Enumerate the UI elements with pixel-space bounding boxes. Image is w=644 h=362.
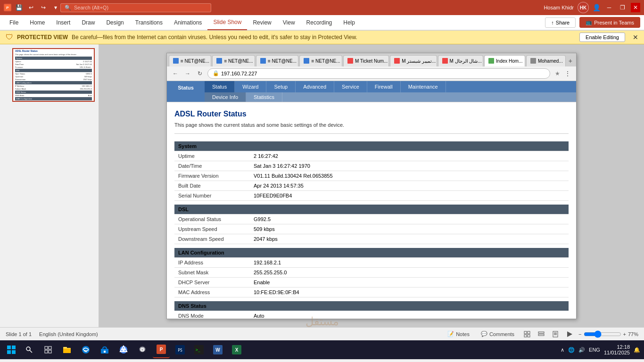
zoom-slider[interactable]	[584, 330, 621, 338]
user-avatar[interactable]: HK	[578, 2, 589, 13]
svg-point-30	[122, 348, 125, 351]
tab-slideshow[interactable]: Slide Show	[207, 15, 247, 30]
comments-button[interactable]: 💬 Comments	[477, 330, 518, 338]
zoom-in-button[interactable]: +	[623, 331, 626, 337]
tab-review[interactable]: Review	[247, 15, 277, 30]
browser-tab-3[interactable]: ≡ NET@NE... ✕	[256, 55, 298, 66]
share-button[interactable]: ↑ Share	[545, 17, 576, 28]
url-text: 197.160.72.227	[221, 71, 257, 76]
account-icon[interactable]: 👤	[593, 4, 601, 11]
router-nav-maintenance[interactable]: Maintenance	[401, 81, 446, 92]
share-icon: ↑	[551, 20, 554, 25]
back-button[interactable]: ←	[171, 69, 180, 78]
firmware-row: Firmware Version V01.11 Build.130424 Rel…	[174, 171, 569, 181]
network-icon[interactable]: 🌐	[568, 347, 575, 353]
comments-icon: 💬	[481, 331, 487, 337]
lan-header-row: LAN Configuration	[174, 248, 569, 258]
router-nav-firewall[interactable]: Firewall	[367, 81, 401, 92]
minimize-button[interactable]: ─	[604, 3, 614, 12]
browser-tab-5[interactable]: M Ticket Num... ✕	[343, 55, 389, 66]
taskbar-explorer[interactable]	[58, 341, 75, 358]
router-nav-wizard[interactable]: Wizard	[235, 81, 266, 92]
router-nav-service[interactable]: Service	[334, 81, 367, 92]
taskbar-settings[interactable]	[134, 341, 151, 358]
reading-view-button[interactable]	[550, 329, 561, 339]
tab-home[interactable]: Home	[24, 15, 50, 30]
forward-button[interactable]: →	[183, 69, 192, 78]
router-sub-statistics[interactable]: Statistics	[246, 92, 282, 102]
taskbar-task-view[interactable]	[40, 341, 57, 358]
title-bar-controls: P 💾 ↩ ↪ ▾	[4, 3, 60, 12]
url-bar[interactable]: 🔒 197.160.72.227	[207, 68, 550, 79]
slide-item-1: 1 ADSL Router Status This page shows the…	[4, 48, 95, 102]
date-display: 11/01/2025	[604, 350, 630, 355]
taskbar-cmd[interactable]: >_	[190, 341, 207, 358]
tab-recording[interactable]: Recording	[301, 15, 338, 30]
slideshow-button[interactable]	[564, 329, 575, 339]
taskbar-powerpoint[interactable]: P	[153, 341, 170, 358]
volume-icon[interactable]: 🔊	[578, 347, 585, 353]
taskbar-store[interactable]	[96, 341, 113, 358]
undo-button[interactable]: ↩	[26, 3, 36, 12]
browser-tab-6[interactable]: M تميبر شبستر... ✕	[390, 55, 437, 66]
router-nav-advanced[interactable]: Advanced	[296, 81, 334, 92]
ip-row: IP Address 192.168.2.1	[174, 257, 569, 267]
router-nav-setup[interactable]: Setup	[266, 81, 296, 92]
browser-tab-8[interactable]: Index Hom... ✕	[484, 55, 525, 66]
svg-text:>_: >_	[196, 348, 200, 352]
notes-button[interactable]: 📝 Notes	[444, 330, 473, 338]
browser-tab-9[interactable]: Mohamed... ✕	[526, 55, 566, 66]
notification-icon[interactable]: 🔔	[634, 347, 640, 353]
taskbar-edge[interactable]	[77, 341, 94, 358]
bookmark-star-icon[interactable]: ★	[555, 70, 560, 77]
browser-tab-1[interactable]: ≡ NET@NE... ✕	[169, 55, 211, 66]
tab-transitions[interactable]: Transitions	[130, 15, 168, 30]
tab-help[interactable]: Help	[338, 15, 361, 30]
restore-button[interactable]: ❐	[618, 3, 627, 12]
svg-rect-22	[49, 350, 51, 353]
taskbar-word[interactable]: W	[209, 341, 226, 358]
tray-expand[interactable]: ∧	[561, 347, 564, 353]
browser-tab-7[interactable]: M شال الرجال... ✕	[438, 55, 483, 66]
slide-thumbnail-1[interactable]: ADSL Router Status This page shows the c…	[12, 48, 95, 102]
tab-design[interactable]: Design	[100, 15, 129, 30]
title-search-box: 🔍 Search (Alt+Q)	[60, 3, 211, 12]
close-protected-bar-button[interactable]: ✕	[633, 33, 638, 41]
tab-animations[interactable]: Animations	[168, 15, 207, 30]
notes-icon: 📝	[447, 331, 454, 337]
router-nav-status[interactable]: Status	[205, 81, 235, 92]
built-date-value: Apr 24 2013 14:57:35	[250, 181, 569, 190]
dsl-header-row: DSL	[174, 205, 569, 214]
clock[interactable]: 12:18 11/01/2025	[604, 344, 630, 355]
start-button[interactable]	[4, 342, 19, 357]
taskbar-terminal[interactable]: PS	[172, 341, 189, 358]
zoom-out-button[interactable]: −	[578, 331, 581, 337]
tab-file[interactable]: File	[4, 15, 24, 30]
taskbar-excel[interactable]: X	[228, 341, 245, 358]
normal-view-button[interactable]	[522, 329, 532, 339]
new-tab-button[interactable]: +	[567, 55, 574, 66]
close-button[interactable]: ✕	[631, 3, 640, 12]
redo-button[interactable]: ↪	[39, 3, 48, 12]
lan-section-header: LAN Configuration	[174, 248, 569, 258]
upstream-label: Upstream Speed	[174, 224, 250, 234]
enable-editing-button[interactable]: Enable Editing	[579, 33, 625, 42]
save-button[interactable]: 💾	[14, 3, 24, 12]
router-sub-device-info[interactable]: Device Info	[205, 92, 246, 102]
tab-insert[interactable]: Insert	[50, 15, 76, 30]
tab-view[interactable]: View	[277, 15, 301, 30]
language-tray[interactable]: ENG	[589, 347, 600, 353]
tab-favicon-5	[347, 58, 353, 64]
browser-menu-button[interactable]: ⋮	[563, 69, 572, 78]
tab-draw[interactable]: Draw	[76, 15, 100, 30]
browser-tab-4[interactable]: ≡ NET@NE... ✕	[299, 55, 342, 66]
slide-sorter-button[interactable]	[536, 329, 546, 339]
taskbar-search[interactable]	[21, 341, 38, 358]
present-teams-button[interactable]: 📺 Present in Teams	[579, 17, 640, 28]
browser-tab-2[interactable]: ≡ NET@NE... ✕	[212, 55, 255, 66]
svg-text:P: P	[160, 347, 163, 352]
taskbar-chrome[interactable]	[115, 341, 132, 358]
refresh-button[interactable]: ↻	[195, 69, 205, 78]
customize-button[interactable]: ▾	[51, 3, 60, 12]
svg-rect-25	[63, 347, 67, 348]
